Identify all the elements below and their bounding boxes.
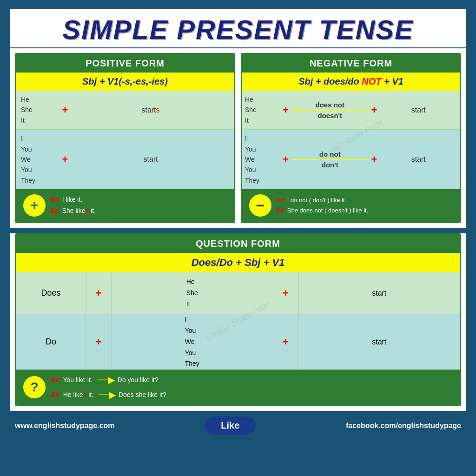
q-verb-1: start [299,272,460,314]
negative-icon: − [249,194,271,217]
q-plus2-2: + [273,314,299,370]
question-examples: Ex: You like it. −−−▶ Do you like it? Ex… [51,374,453,400]
q-aux-2: Do [16,314,86,370]
watermark-arc-left: www.englishstudypage.com [19,233,98,253]
neg-verb-2: do not don't [291,150,369,169]
q-subj-1: HeSheIt [112,272,273,314]
pos-verb-2: start [72,155,229,164]
neg-result-2: start [380,155,457,164]
watermark-arc-right: www.englishstudypage.com [378,233,457,253]
negative-form-header: NEGATIVE FORM [242,54,460,73]
neg-subject-2: IYouWeYouThey [245,133,280,185]
pos-verb-1: starts [72,106,229,114]
question-example-box: ? Ex: You like it. −−−▶ Do you like it? … [16,370,460,405]
pos-plus-2: + [58,153,72,165]
question-form-panel: www.englishstudypage.com www.englishstud… [15,233,461,406]
neg-plus1-1: + [280,104,291,116]
positive-form-formula: Sbj + V1(-s,-es,-ies) [16,73,234,91]
like-button[interactable]: Like [205,416,256,435]
neg-subject-1: HeSheIt [245,94,280,126]
negative-form-formula: Sbj + does/do NOT + V1 [242,73,460,91]
q-plus2-1: + [273,272,299,314]
neg-result-1: start [380,106,457,114]
positive-form-panel: POSITIVE FORM Sbj + V1(-s,-es,-ies) HeSh… [15,53,235,223]
neg-plus2-2: + [369,153,380,165]
q-plus-1: + [86,272,112,314]
question-form-formula: Does/Do + Sbj + V1 [16,253,460,272]
positive-examples: Ex: I like it. Ex: She likes it. [50,194,96,217]
footer-website: www.englishstudypage.com [15,422,115,430]
question-icon: ? [23,376,46,398]
pos-plus-1: + [58,104,72,116]
page-title: SIMPLE PRESENT TENSE [10,9,466,47]
footer: www.englishstudypage.com Like facebook.c… [10,411,466,440]
q-verb-2: start [299,314,460,370]
positive-icon: + [23,194,46,217]
q-aux-1: Does [16,272,86,314]
positive-example-box: + Ex: I like it. Ex: She likes it. [16,189,234,222]
negative-examples: Ex: I do not ( don't ) like it. Ex: She … [276,195,368,216]
question-form-header: www.englishstudypage.com www.englishstud… [16,235,460,253]
neg-plus1-2: + [280,153,291,165]
negative-example-box: − Ex: I do not ( don't ) like it. Ex: Sh… [242,189,460,222]
q-plus-2: + [86,314,112,370]
neg-verb-1: does not doesn't [291,101,369,119]
negative-form-panel: NEGATIVE FORM Sbj + does/do NOT + V1 Eng… [241,53,461,223]
pos-subject-2: IYouWeYouThey [21,133,58,185]
pos-subject-1: HeSheIt [21,94,58,126]
neg-plus2-1: + [369,104,380,116]
footer-facebook: facebook.com/englishstudypage [346,422,461,430]
positive-form-header: POSITIVE FORM [16,54,234,73]
q-subj-2: IYouWeYouThey [112,314,273,370]
